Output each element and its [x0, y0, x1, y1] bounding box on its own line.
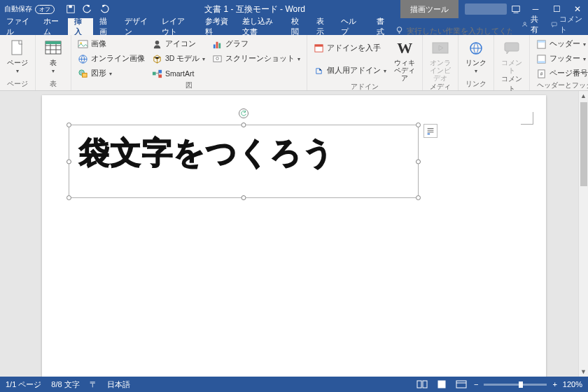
svg-rect-15	[153, 71, 156, 75]
page[interactable]: 袋文字をつくろう	[42, 95, 546, 377]
word-count[interactable]: 8/8 文字	[51, 379, 79, 390]
svg-point-4	[524, 22, 526, 24]
zoom-out-button[interactable]: −	[474, 380, 478, 388]
contextual-tab-title: 描画ツール	[400, 0, 458, 18]
proofing-icon[interactable]: 〒	[90, 379, 97, 390]
user-account[interactable]	[465, 4, 507, 15]
layout-options-button[interactable]	[424, 124, 438, 138]
footer-button[interactable]: フッター ▾	[534, 52, 588, 66]
svg-rect-16	[158, 69, 162, 73]
document-title: 文書 1 - 互換モード - Word	[109, 4, 400, 15]
scroll-up-icon[interactable]: ▲	[579, 91, 588, 101]
online-video-button: オンラインビデオ	[427, 37, 454, 82]
screenshot-button[interactable]: スクリーンショット ▾	[210, 52, 302, 66]
my-addins-button[interactable]: 個人用アドイン ▾	[312, 64, 388, 78]
resize-handle[interactable]	[241, 195, 246, 200]
svg-text:#: #	[540, 71, 543, 76]
pictures-button[interactable]: 画像	[76, 37, 147, 51]
resize-handle[interactable]	[416, 195, 421, 200]
tab-file[interactable]: ファイル	[0, 18, 37, 35]
tab-review[interactable]: 校閲	[285, 18, 310, 35]
icons-button[interactable]: アイコン	[150, 37, 207, 51]
svg-rect-1	[69, 6, 71, 8]
wikipedia-button[interactable]: W ウィキペディア	[391, 37, 418, 82]
group-links: リンク▾ リンク	[458, 35, 494, 90]
textbox-selection[interactable]: 袋文字をつくろう	[69, 125, 419, 198]
ribbon-display-options-icon[interactable]	[511, 4, 521, 14]
textbox-text[interactable]: 袋文字をつくろう	[69, 125, 418, 181]
tab-insert[interactable]: 挿入	[68, 18, 93, 35]
group-tables: 表▾ 表	[36, 35, 71, 90]
group-pages: ページ▾ ページ	[0, 35, 36, 90]
tell-me-search[interactable]	[395, 26, 517, 35]
status-bar: 1/1 ページ 8/8 文字 〒 日本語 − + 120%	[0, 377, 588, 392]
tab-help[interactable]: ヘルプ	[335, 18, 365, 35]
tab-draw[interactable]: 描画	[93, 18, 118, 35]
svg-rect-45	[456, 381, 466, 388]
chart-button[interactable]: グラフ	[210, 37, 302, 51]
resize-handle[interactable]	[66, 122, 71, 127]
smartart-button[interactable]: SmartArt	[150, 66, 207, 80]
comments-button[interactable]: コメント	[547, 14, 588, 35]
group-headerfooter: ヘッダー ▾ フッター ▾ #ページ番号 ▾ ヘッダーとフッター	[530, 35, 588, 90]
tab-layout[interactable]: レイアウト	[155, 18, 199, 35]
undo-icon[interactable]	[83, 4, 92, 14]
resize-handle[interactable]	[416, 159, 421, 164]
svg-point-14	[155, 40, 160, 44]
redo-icon[interactable]	[99, 4, 109, 14]
page-indicator[interactable]: 1/1 ページ	[6, 379, 41, 390]
save-icon[interactable]	[66, 4, 76, 14]
rotate-handle[interactable]	[239, 108, 248, 118]
scroll-down-icon[interactable]: ▼	[579, 367, 588, 377]
tab-mailings[interactable]: 差し込み文書	[236, 18, 286, 35]
tab-home[interactable]: ホーム	[37, 18, 68, 35]
zoom-in-button[interactable]: +	[552, 380, 556, 388]
tab-format[interactable]: 書式	[370, 18, 396, 35]
svg-rect-5	[552, 22, 556, 26]
group-media: オンラインビデオ メディア	[423, 35, 458, 90]
svg-rect-17	[158, 74, 162, 78]
resize-handle[interactable]	[66, 159, 71, 164]
group-comments: コメント コメント	[494, 35, 530, 90]
zoom-level[interactable]: 120%	[563, 380, 582, 388]
resize-handle[interactable]	[241, 122, 246, 127]
shapes-button[interactable]: 図形 ▾	[76, 66, 147, 80]
3d-models-button[interactable]: 3D モデル ▾	[150, 52, 207, 66]
svg-rect-18	[214, 44, 216, 48]
lightbulb-icon	[395, 26, 404, 35]
language-indicator[interactable]: 日本語	[107, 379, 130, 390]
get-addins-button[interactable]: アドインを入手	[312, 41, 388, 55]
tab-view[interactable]: 表示	[310, 18, 335, 35]
svg-rect-29	[538, 40, 545, 42]
table-button[interactable]: 表▾	[40, 37, 66, 79]
svg-point-3	[398, 27, 402, 32]
pages-button[interactable]: ページ▾	[4, 37, 31, 79]
search-input[interactable]	[407, 27, 512, 35]
zoom-slider[interactable]	[484, 384, 547, 386]
group-illustrations: 画像 オンライン画像 図形 ▾ アイコン 3D モデル ▾ SmartArt グ…	[71, 35, 307, 90]
resize-handle[interactable]	[66, 195, 71, 200]
scroll-thumb[interactable]	[580, 102, 587, 186]
svg-rect-24	[315, 45, 323, 47]
svg-rect-13	[83, 73, 88, 77]
tab-references[interactable]: 参考資料	[199, 18, 236, 35]
online-pictures-button[interactable]: オンライン画像	[76, 52, 147, 66]
link-button[interactable]: リンク▾	[463, 37, 489, 79]
svg-rect-8	[46, 41, 61, 44]
print-layout-icon[interactable]	[435, 379, 449, 390]
pagenumber-button[interactable]: #ページ番号 ▾	[534, 66, 588, 80]
svg-rect-20	[219, 43, 221, 48]
share-button[interactable]: 共有	[517, 14, 547, 35]
ribbon-tabs: ファイル ホーム 挿入 描画 デザイン レイアウト 参考資料 差し込み文書 校閲…	[0, 18, 588, 35]
autosave-toggle[interactable]: 自動保存 オフ	[4, 4, 55, 14]
vertical-scrollbar[interactable]: ▲ ▼	[578, 91, 588, 377]
resize-handle[interactable]	[416, 122, 421, 127]
margin-corner-icon	[521, 112, 533, 125]
header-button[interactable]: ヘッダー ▾	[534, 37, 588, 51]
read-mode-icon[interactable]	[415, 379, 429, 390]
comment-icon	[551, 20, 557, 29]
svg-rect-6	[12, 41, 22, 55]
tab-design[interactable]: デザイン	[118, 18, 155, 35]
svg-rect-21	[214, 55, 221, 61]
web-layout-icon[interactable]	[454, 379, 468, 390]
